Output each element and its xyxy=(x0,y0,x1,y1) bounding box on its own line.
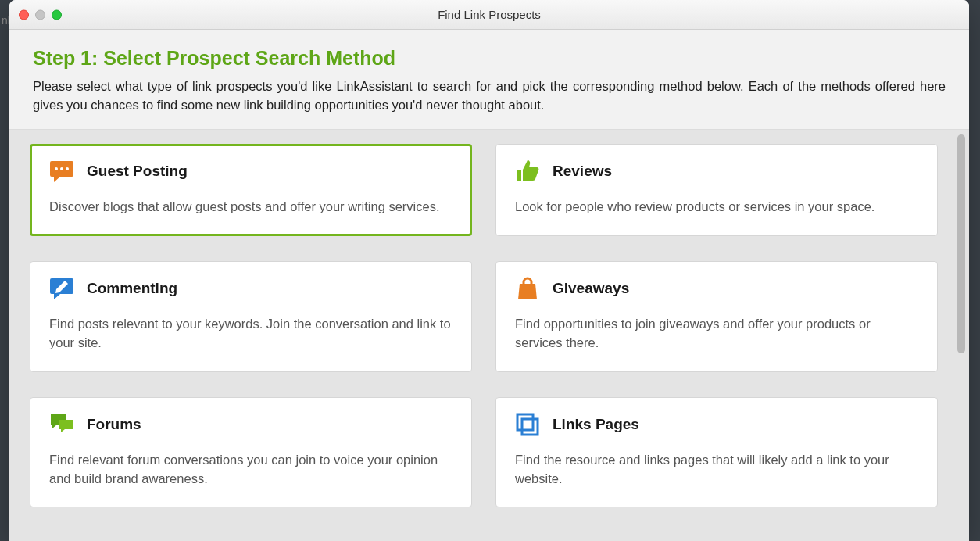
step-heading: Step 1: Select Prospect Search Method xyxy=(33,47,946,70)
card-description: Look for people who review products or s… xyxy=(515,198,918,217)
card-title: Links Pages xyxy=(553,416,639,433)
card-description: Find opportunities to join giveaways and… xyxy=(515,315,918,353)
svg-rect-4 xyxy=(517,414,533,430)
card-description: Find the resource and links pages that w… xyxy=(515,451,918,489)
pages-icon xyxy=(515,412,540,437)
zoom-icon[interactable] xyxy=(52,9,62,20)
thumbs-up-icon xyxy=(515,159,540,184)
dialog-window: Find Link Prospects Step 1: Select Prosp… xyxy=(9,0,969,541)
card-guest-posting[interactable]: Guest Posting Discover blogs that allow … xyxy=(30,144,472,236)
card-title: Commenting xyxy=(87,280,177,297)
window-controls xyxy=(19,9,62,20)
options-scroll[interactable]: Guest Posting Discover blogs that allow … xyxy=(9,130,955,541)
titlebar[interactable]: Find Link Prospects xyxy=(9,0,969,30)
card-description: Find posts relevant to your keywords. Jo… xyxy=(49,315,452,353)
card-title: Giveaways xyxy=(553,280,629,297)
options-grid: Guest Posting Discover blogs that allow … xyxy=(30,144,938,508)
forum-icon xyxy=(49,412,74,437)
pencil-bubble-icon xyxy=(49,276,74,301)
svg-point-0 xyxy=(55,167,58,170)
card-reviews[interactable]: Reviews Look for people who review produ… xyxy=(495,144,938,236)
svg-point-1 xyxy=(60,167,63,170)
card-title: Guest Posting xyxy=(87,163,188,180)
shopping-bag-icon xyxy=(515,276,540,301)
content-area: Guest Posting Discover blogs that allow … xyxy=(9,130,969,541)
wizard-header: Step 1: Select Prospect Search Method Pl… xyxy=(9,30,969,130)
chat-bubble-icon xyxy=(49,159,74,184)
window-title: Find Link Prospects xyxy=(9,8,969,21)
vertical-scrollbar[interactable] xyxy=(955,130,969,541)
step-description: Please select what type of link prospect… xyxy=(33,77,946,115)
minimize-icon[interactable] xyxy=(35,9,45,20)
card-giveaways[interactable]: Giveaways Find opportunities to join giv… xyxy=(495,261,938,372)
card-forums[interactable]: Forums Find relevant forum conversations… xyxy=(30,397,472,508)
close-icon[interactable] xyxy=(19,9,29,20)
svg-rect-5 xyxy=(522,419,538,435)
card-links-pages[interactable]: Links Pages Find the resource and links … xyxy=(495,397,938,508)
scrollbar-thumb[interactable] xyxy=(957,134,965,353)
card-description: Discover blogs that allow guest posts an… xyxy=(49,198,452,217)
card-description: Find relevant forum conversations you ca… xyxy=(49,451,452,489)
card-title: Reviews xyxy=(553,163,612,180)
card-commenting[interactable]: Commenting Find posts relevant to your k… xyxy=(30,261,472,372)
svg-rect-3 xyxy=(517,170,521,181)
card-title: Forums xyxy=(87,416,141,433)
svg-point-2 xyxy=(66,167,69,170)
